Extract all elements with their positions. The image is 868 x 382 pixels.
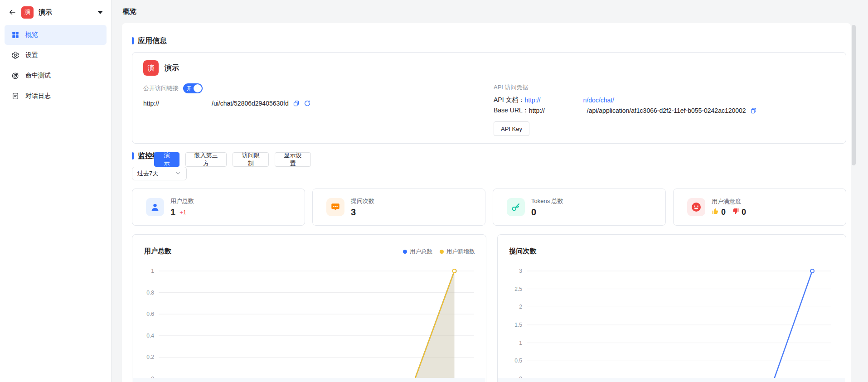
legend-item-total-users[interactable]: 用户总数 <box>403 248 432 256</box>
questions-chart-card: 提问次数 00.511.522.53 <box>497 234 847 382</box>
thumb-down-count: 0 <box>742 208 746 217</box>
api-doc-link-suffix[interactable]: n/doc/chat/ <box>583 97 615 104</box>
users-chart-card: 用户总数 用户总数 用户新增数 00.20.40.60.81 <box>132 234 486 382</box>
svg-text:2: 2 <box>519 304 522 310</box>
public-link-toggle[interactable]: 开 <box>183 83 203 93</box>
chart-title: 用户总数 <box>144 247 171 256</box>
sidebar-item-label: 对话日志 <box>25 92 51 100</box>
stat-label: Tokens 总数 <box>531 197 563 205</box>
app-info-card: 演 演示 公开访问链接 开 http:// /ui/chat/52806d294… <box>132 52 846 144</box>
api-doc-row: API 文档： http:// n/doc/chat/ <box>494 96 757 104</box>
thumb-down-icon <box>732 208 739 217</box>
sidebar-header: 演 演示 <box>0 0 111 24</box>
svg-text:1: 1 <box>151 268 154 274</box>
chart-bottom-strip <box>133 378 485 382</box>
page-title: 概览 <box>112 0 868 23</box>
api-credentials-label: API 访问凭据 <box>494 83 757 92</box>
sidebar-item-hit-test[interactable]: 命中测试 <box>5 66 107 86</box>
public-url-row: http:// /ui/chat/52806d29405630fd <box>143 100 311 107</box>
toggle-knob <box>194 84 202 92</box>
svg-text:0.4: 0.4 <box>146 333 154 339</box>
refresh-icon[interactable] <box>304 100 311 107</box>
section-accent-bar <box>132 37 134 44</box>
base-url-prefix: http:// <box>529 107 545 114</box>
legend-label: 用户总数 <box>410 248 432 256</box>
key-icon <box>507 198 525 216</box>
base-url-label: Base URL： <box>494 106 529 115</box>
sidebar-item-chat-logs[interactable]: 对话日志 <box>5 86 107 106</box>
stat-label: 提问次数 <box>351 197 374 205</box>
app-identity: 演 演示 <box>143 60 179 76</box>
gear-icon <box>11 51 19 59</box>
vertical-scrollbar[interactable] <box>852 25 856 165</box>
app-avatar: 演 <box>21 6 34 19</box>
stat-value: 0 <box>531 207 536 218</box>
api-doc-label: API 文档： <box>494 96 524 104</box>
api-credentials-column: API 访问凭据 API 文档： http:// n/doc/chat/ Bas… <box>494 83 757 115</box>
chart-bottom-strip <box>498 378 846 382</box>
embed-third-party-button[interactable]: 嵌入第三方 <box>185 152 227 167</box>
svg-text:0.6: 0.6 <box>146 311 154 317</box>
public-url-prefix: http:// <box>143 100 159 107</box>
legend-dot <box>440 250 444 254</box>
sidebar-item-label: 概览 <box>25 31 38 39</box>
stat-card-total-users: 用户总数 1 +1 <box>132 189 305 226</box>
public-link-label: 公开访问链接 <box>143 84 179 92</box>
grid-icon <box>11 31 19 39</box>
api-doc-link-prefix[interactable]: http:// <box>524 97 540 104</box>
legend-dot <box>403 250 407 254</box>
chat-icon <box>326 198 344 216</box>
sidebar-menu: 概览 设置 命中测试 对话日志 <box>0 25 111 106</box>
app-info-section-header: 应用信息 <box>132 36 846 46</box>
display-settings-button[interactable]: 显示设置 <box>275 152 311 167</box>
stat-value: 1 <box>170 207 175 218</box>
svg-text:2.5: 2.5 <box>514 286 522 292</box>
chevron-down-icon <box>175 170 181 178</box>
copy-icon[interactable] <box>293 100 300 107</box>
section-title: 应用信息 <box>138 36 167 46</box>
chart-title: 提问次数 <box>509 247 537 256</box>
svg-text:1: 1 <box>519 340 522 346</box>
content-panel: 应用信息 演 演示 公开访问链接 开 http:// /ui/chat/ <box>122 23 851 382</box>
app-action-buttons: 演示 嵌入第三方 访问限制 显示设置 <box>154 152 311 167</box>
api-key-button[interactable]: API Key <box>494 121 529 136</box>
base-url-row: Base URL： http:// /api/application/af1c3… <box>494 106 757 115</box>
user-icon <box>146 198 164 216</box>
legend-item-new-users[interactable]: 用户新增数 <box>440 248 475 256</box>
thumb-up-count: 0 <box>721 208 726 217</box>
sidebar-item-label: 设置 <box>25 51 38 59</box>
target-icon <box>11 72 19 80</box>
app-name: 演示 <box>165 63 179 73</box>
svg-text:0.5: 0.5 <box>514 358 522 364</box>
sidebar-item-label: 命中测试 <box>25 72 51 80</box>
smiley-icon <box>687 198 705 216</box>
copy-icon[interactable] <box>750 107 757 114</box>
toggle-on-label: 开 <box>187 85 192 92</box>
back-arrow-icon[interactable] <box>8 8 16 16</box>
stat-delta: +1 <box>179 209 186 216</box>
stat-value: 3 <box>351 207 356 218</box>
chart-legend: 用户总数 用户新增数 <box>403 248 475 256</box>
sidebar: 演 演示 概览 设置 命中测试 对话日志 <box>0 0 112 382</box>
access-limit-button[interactable]: 访问限制 <box>233 152 269 167</box>
section-accent-bar <box>132 152 134 160</box>
stat-card-questions: 提问次数 3 <box>312 189 485 226</box>
stat-card-tokens: Tokens 总数 0 <box>493 189 666 226</box>
svg-text:0.2: 0.2 <box>146 354 154 360</box>
stat-card-satisfaction: 用户满意度 0 0 <box>673 189 846 226</box>
main-area: 概览 应用信息 演 演示 公开访问链接 开 http <box>112 0 868 382</box>
sidebar-item-settings[interactable]: 设置 <box>5 45 107 65</box>
time-range-select[interactable]: 过去7天 <box>132 167 187 180</box>
time-range-value: 过去7天 <box>137 169 158 178</box>
stats-row: 用户总数 1 +1 提问次数 3 <box>132 189 846 226</box>
questions-chart-canvas: 00.511.522.53 <box>509 262 836 382</box>
sidebar-item-overview[interactable]: 概览 <box>5 25 107 45</box>
thumb-up-icon <box>712 208 719 217</box>
svg-text:1.5: 1.5 <box>514 322 522 328</box>
app-title: 演示 <box>39 8 92 17</box>
svg-text:0.8: 0.8 <box>146 290 154 296</box>
demo-button[interactable]: 演示 <box>154 152 179 167</box>
chevron-down-icon[interactable] <box>97 11 103 14</box>
app-avatar: 演 <box>143 60 159 76</box>
base-url-suffix: /api/application/af1c3066-d2f2-11ef-b055… <box>587 107 746 114</box>
